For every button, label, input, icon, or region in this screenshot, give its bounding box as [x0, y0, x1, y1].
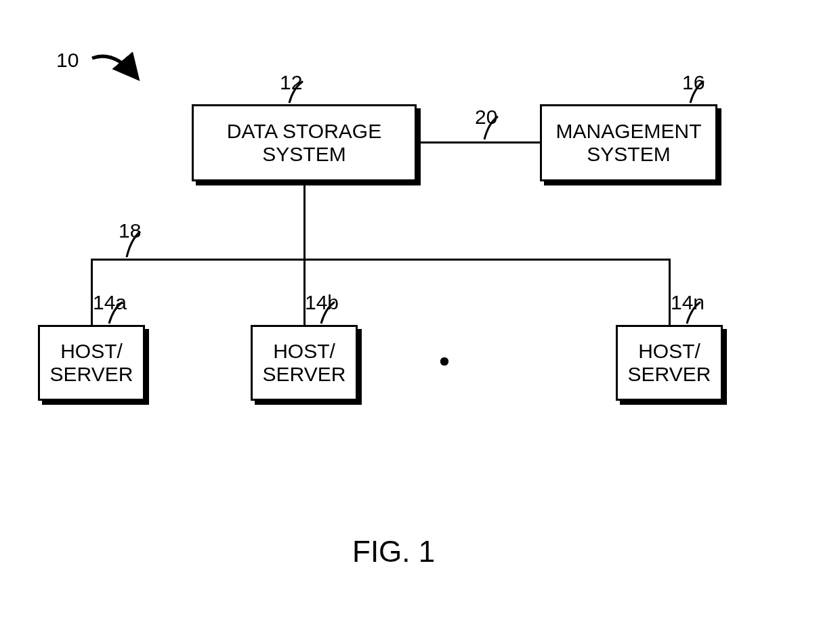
- ref-label-10: 10: [56, 49, 79, 72]
- leader-line-14n: [683, 301, 710, 328]
- node-data-storage-label: DATA STORAGE SYSTEM: [227, 120, 381, 167]
- arrow-icon: [87, 49, 148, 89]
- leader-line-16: [686, 80, 713, 107]
- leader-line-14a: [105, 301, 132, 328]
- node-host-n-label: HOST/ SERVER: [628, 340, 711, 387]
- figure-title: FIG. 1: [352, 535, 435, 569]
- node-host-b-label: HOST/ SERVER: [263, 340, 346, 387]
- node-management-label: MANAGEMENT SYSTEM: [555, 120, 701, 167]
- leader-line-18: [123, 230, 150, 257]
- node-host-n: HOST/ SERVER: [616, 325, 723, 401]
- node-host-a-label: HOST/ SERVER: [50, 340, 133, 387]
- bus-18: [91, 259, 670, 261]
- leader-line-12: [285, 80, 312, 107]
- link-vertical-main: [303, 185, 306, 259]
- leader-line-20: [480, 115, 507, 142]
- node-host-b: HOST/ SERVER: [251, 325, 358, 401]
- node-management: MANAGEMENT SYSTEM: [540, 104, 717, 181]
- leader-line-14b: [317, 301, 344, 328]
- diagram-stage: 10 DATA STORAGE SYSTEM 12 MANAGEMENT SYS…: [0, 0, 840, 639]
- node-host-a: HOST/ SERVER: [38, 325, 145, 401]
- node-data-storage: DATA STORAGE SYSTEM: [192, 104, 417, 181]
